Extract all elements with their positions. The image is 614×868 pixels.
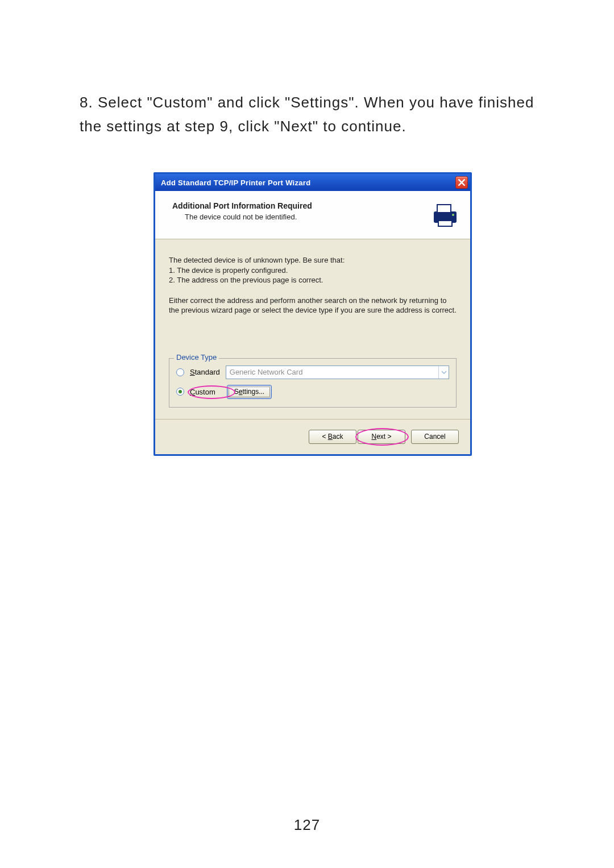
custom-underline: C — [190, 388, 195, 396]
back-underline: B — [328, 433, 333, 441]
title-bar-text: Add Standard TCP/IP Printer Port Wizard — [161, 178, 310, 187]
svg-rect-2 — [438, 221, 452, 226]
settings-post: ttings... — [243, 388, 265, 396]
wizard-body: The detected device is of unknown type. … — [155, 239, 470, 419]
svg-rect-1 — [437, 205, 451, 213]
custom-radio-label[interactable]: Custom — [190, 388, 215, 396]
para1-line1: The detected device is of unknown type. … — [169, 255, 457, 265]
settings-pre: S — [234, 388, 239, 396]
back-post: ack — [333, 433, 343, 441]
close-icon — [458, 179, 465, 186]
custom-row: Custom Settings... — [176, 385, 449, 399]
body-paragraph-2: Either correct the address and perform a… — [169, 296, 457, 315]
settings-underline: e — [239, 388, 243, 396]
settings-button[interactable]: Settings... — [227, 385, 272, 399]
document-page: 8. Select "Custom" and click "Settings".… — [0, 0, 614, 868]
device-type-fieldset: Device Type Standard Generic Network Car… — [169, 358, 457, 408]
para1-line2: 1. The device is properly configured. — [169, 265, 457, 276]
body-paragraph-1: The detected device is of unknown type. … — [169, 255, 457, 285]
standard-row: Standard Generic Network Card — [176, 366, 449, 379]
title-bar[interactable]: Add Standard TCP/IP Printer Port Wizard — [155, 174, 470, 191]
next-button[interactable]: Next > — [358, 430, 405, 444]
standard-radio-label[interactable]: Standard — [190, 368, 220, 376]
back-button[interactable]: < Back — [309, 430, 356, 444]
standard-radio[interactable] — [176, 368, 184, 376]
printer-icon — [432, 201, 459, 229]
wizard-footer: < Back Next > Cancel — [155, 419, 470, 454]
next-post: ext > — [376, 433, 391, 441]
header-subtitle: The device could not be identified. — [185, 213, 312, 221]
combo-chevron[interactable] — [438, 366, 449, 379]
header-title: Additional Port Information Required — [172, 201, 312, 210]
svg-point-3 — [452, 214, 454, 216]
next-underline: N — [371, 433, 376, 441]
combo-value: Generic Network Card — [230, 368, 303, 376]
standard-rest: tandard — [195, 368, 220, 376]
wizard-header: Additional Port Information Required The… — [155, 191, 470, 239]
back-next-group: < Back Next > — [309, 430, 405, 444]
wizard-dialog: Add Standard TCP/IP Printer Port Wizard … — [154, 172, 472, 456]
step-instruction: 8. Select "Custom" and click "Settings".… — [80, 91, 546, 138]
custom-rest: ustom — [195, 388, 215, 396]
dialog-container: Add Standard TCP/IP Printer Port Wizard … — [154, 172, 472, 456]
back-pre: < — [322, 433, 327, 441]
close-button[interactable] — [455, 176, 468, 189]
next-wrap: Next > — [358, 430, 405, 444]
custom-radio[interactable] — [176, 388, 184, 396]
chevron-down-icon — [441, 369, 447, 375]
para1-line3: 2. The address on the previous page is c… — [169, 275, 457, 285]
wizard-header-text: Additional Port Information Required The… — [172, 201, 312, 221]
cancel-button[interactable]: Cancel — [411, 430, 459, 444]
page-number: 127 — [0, 816, 614, 834]
fieldset-legend: Device Type — [174, 353, 219, 362]
standard-underline: S — [190, 368, 195, 376]
standard-combo[interactable]: Generic Network Card — [226, 366, 449, 379]
